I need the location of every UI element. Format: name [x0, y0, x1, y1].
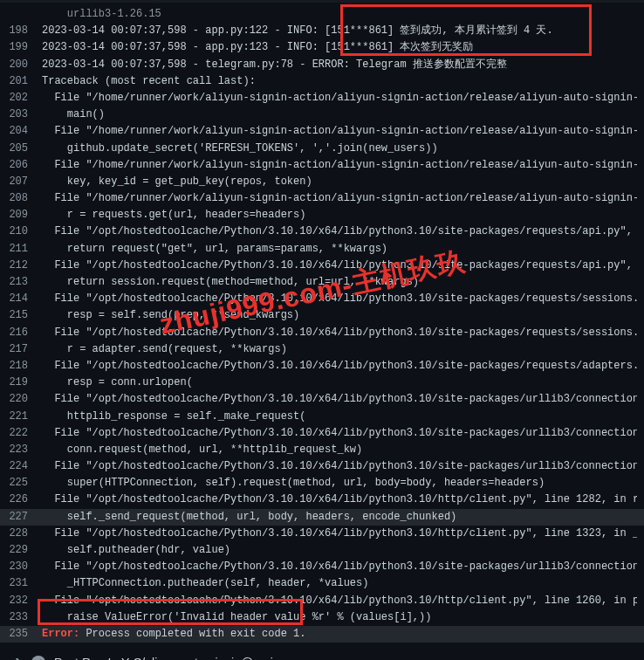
line-content: File "/opt/hostedtoolcache/Python/3.10.1… [42, 291, 637, 307]
line-content: File "/opt/hostedtoolcache/Python/3.10.1… [42, 492, 637, 508]
line-number: 213 [7, 274, 42, 291]
line-number: 210 [7, 223, 42, 240]
line-content: Error: Process completed with exit code … [42, 626, 637, 643]
line-content: r = requests.get(url, headers=headers) [42, 207, 637, 223]
line-content: super(HTTPConnection, self).request(meth… [42, 475, 637, 492]
line-content: github.update_secret('REFRESH_TOKENS', '… [42, 141, 637, 157]
line-number: 221 [7, 409, 42, 425]
log-line: 204 File "/home/runner/work/aliyun-signi… [0, 123, 644, 140]
line-content: key, key_id = get_pub_key(repos, token) [42, 174, 637, 190]
line-content: _HTTPConnection.putheader(self, header, … [42, 575, 637, 592]
log-line: 227 self._send_request(method, url, body… [0, 509, 644, 526]
log-line: 202 File "/home/runner/work/aliyun-signi… [0, 90, 644, 107]
log-line: 207 key, key_id = get_pub_key(repos, tok… [0, 174, 644, 190]
line-content: raise ValueError('Invalid header value %… [42, 609, 637, 626]
line-number: 232 [7, 593, 42, 609]
log-line: 213 return session.request(method=method… [0, 274, 644, 291]
line-content: File "/home/runner/work/aliyun-signin-ac… [42, 123, 637, 140]
line-content: conn.request(method, url, **httplib_requ… [42, 442, 637, 458]
line-number: 199 [7, 39, 42, 56]
chevron-right-icon: ❯ [14, 655, 23, 660]
line-number: 209 [7, 207, 42, 223]
line-number: 215 [7, 307, 42, 324]
line-content: File "/home/runner/work/aliyun-signin-ac… [42, 190, 637, 207]
log-line: 229 self.putheader(hdr, value) [0, 542, 644, 559]
line-number: 219 [7, 375, 42, 391]
line-content: File "/opt/hostedtoolcache/Python/3.10.1… [42, 593, 637, 609]
line-content: File "/opt/hostedtoolcache/Python/3.10.1… [42, 325, 637, 341]
log-line: urllib3-1.26.15 [0, 6, 644, 23]
line-number: 206 [7, 157, 42, 174]
log-line: 233 raise ValueError('Invalid header val… [0, 609, 644, 626]
line-content: urllib3-1.26.15 [42, 6, 637, 23]
check-circle-icon: ✓ [31, 656, 45, 660]
line-number: 211 [7, 241, 42, 258]
line-content: File "/home/runner/work/aliyun-signin-ac… [42, 90, 637, 107]
line-number: 224 [7, 458, 42, 475]
line-number: 214 [7, 291, 42, 307]
line-number: 202 [7, 90, 42, 107]
log-line: 203 main() [0, 107, 644, 123]
line-content: resp = conn.urlopen( [42, 375, 637, 391]
line-number: 208 [7, 190, 42, 207]
line-number: 201 [7, 73, 42, 90]
log-line: 221 httplib_response = self._make_reques… [0, 409, 644, 425]
log-line: 2002023-03-14 00:07:37,598 - telegram.py… [0, 57, 644, 73]
line-content: Traceback (most recent call last): [42, 73, 637, 90]
line-number: 222 [7, 425, 42, 442]
line-number: 207 [7, 174, 42, 190]
line-number [7, 6, 42, 23]
line-content: self._send_request(method, url, body, he… [42, 509, 637, 526]
log-line: 222 File "/opt/hostedtoolcache/Python/3.… [0, 425, 644, 442]
line-content: main() [42, 107, 637, 123]
line-number: 212 [7, 258, 42, 274]
line-content: File "/opt/hostedtoolcache/Python/3.10.1… [42, 391, 637, 408]
line-number: 235 [7, 626, 42, 643]
line-number: 203 [7, 107, 42, 123]
log-output: urllib3-1.26.151982023-03-14 00:07:37,59… [0, 3, 644, 646]
line-content: 2023-03-14 00:07:37,598 - app.py:123 - I… [42, 39, 637, 56]
workflow-step-row[interactable]: ❯ ✓ Post Run ImYrS/aliyun-auto-signin@ma… [0, 646, 644, 660]
line-number: 233 [7, 609, 42, 626]
error-label: Error: [42, 628, 79, 640]
log-line: 1982023-03-14 00:07:37,598 - app.py:122 … [0, 23, 644, 39]
line-number: 218 [7, 358, 42, 375]
log-line: 219 resp = conn.urlopen( [0, 375, 644, 391]
line-number: 200 [7, 57, 42, 73]
line-content: httplib_response = self._make_request( [42, 409, 637, 425]
log-line: 226 File "/opt/hostedtoolcache/Python/3.… [0, 492, 644, 508]
log-line: 212 File "/opt/hostedtoolcache/Python/3.… [0, 258, 644, 274]
log-line: 208 File "/home/runner/work/aliyun-signi… [0, 190, 644, 207]
line-content: File "/home/runner/work/aliyun-signin-ac… [42, 157, 637, 174]
log-line: 218 File "/opt/hostedtoolcache/Python/3.… [0, 358, 644, 375]
line-number: 204 [7, 123, 42, 140]
line-number: 227 [7, 509, 42, 526]
line-content: File "/opt/hostedtoolcache/Python/3.10.1… [42, 458, 637, 475]
log-line: 214 File "/opt/hostedtoolcache/Python/3.… [0, 291, 644, 307]
log-line: 232 File "/opt/hostedtoolcache/Python/3.… [0, 593, 644, 609]
line-content: File "/opt/hostedtoolcache/Python/3.10.1… [42, 358, 637, 375]
log-line: 220 File "/opt/hostedtoolcache/Python/3.… [0, 391, 644, 408]
line-number: 230 [7, 559, 42, 575]
line-number: 231 [7, 575, 42, 592]
line-content: File "/opt/hostedtoolcache/Python/3.10.1… [42, 559, 637, 575]
line-number: 198 [7, 23, 42, 39]
log-line: 211 return request("get", url, params=pa… [0, 241, 644, 258]
line-number: 220 [7, 391, 42, 408]
line-number: 217 [7, 341, 42, 358]
line-number: 223 [7, 442, 42, 458]
line-content: r = adapter.send(request, **kwargs) [42, 341, 637, 358]
line-content: File "/opt/hostedtoolcache/Python/3.10.1… [42, 223, 637, 240]
log-line: 209 r = requests.get(url, headers=header… [0, 207, 644, 223]
log-line: 217 r = adapter.send(request, **kwargs) [0, 341, 644, 358]
error-message: Process completed with exit code 1. [79, 628, 305, 640]
line-content: 2023-03-14 00:07:37,598 - telegram.py:78… [42, 57, 637, 73]
line-number: 216 [7, 325, 42, 341]
log-line: 230 File "/opt/hostedtoolcache/Python/3.… [0, 559, 644, 575]
log-line: 201Traceback (most recent call last): [0, 73, 644, 90]
line-content: resp = self.send(prep, **send_kwargs) [42, 307, 637, 324]
line-number: 225 [7, 475, 42, 492]
line-content: return session.request(method=method, ur… [42, 274, 637, 291]
line-number: 226 [7, 492, 42, 508]
log-line: 215 resp = self.send(prep, **send_kwargs… [0, 307, 644, 324]
